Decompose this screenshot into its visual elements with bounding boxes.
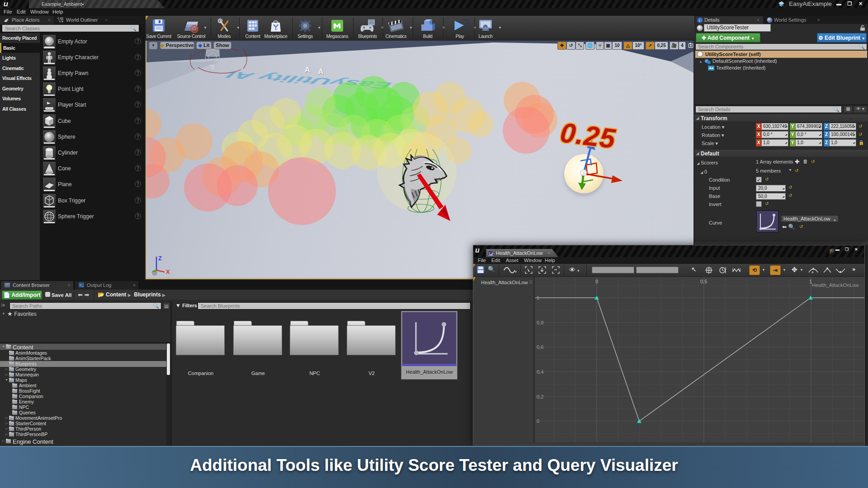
svg-text:0,4: 0,4 <box>537 369 543 375</box>
svg-text:Z: Z <box>158 255 162 262</box>
svg-text:X: X <box>166 268 170 275</box>
svg-text:0,8: 0,8 <box>537 320 543 325</box>
svg-text:1: 1 <box>537 295 539 300</box>
svg-text:A: A <box>811 271 814 274</box>
svg-text:0: 0 <box>595 279 598 284</box>
svg-text:0,6: 0,6 <box>537 344 543 350</box>
svg-text:0,5: 0,5 <box>700 279 707 284</box>
svg-text:0,2: 0,2 <box>537 394 543 399</box>
svg-text:0: 0 <box>537 418 539 424</box>
svg-text:Health_AttackOnLow: Health_AttackOnLow <box>812 282 859 288</box>
svg-text:▾: ▾ <box>515 270 517 274</box>
